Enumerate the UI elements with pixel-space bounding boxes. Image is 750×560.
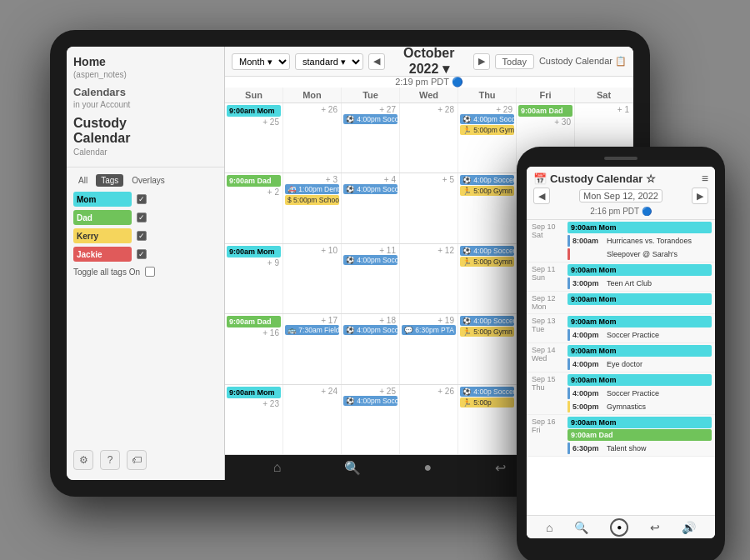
day-oct4[interactable]: + 4 ⚽ 4:00pm Soccer Practice — [342, 173, 400, 242]
day-oct25-cal[interactable]: + 25 ⚽ 4:00pm Soccer Practice — [342, 385, 400, 454]
day-oct12[interactable]: + 12 — [400, 244, 458, 313]
phone-event-sep10-1[interactable]: 8:00am Hurricanes vs. Torandoes — [564, 234, 715, 248]
allday-dad-w1-fri[interactable]: 9:00am Dad — [518, 105, 572, 117]
sidebar-home-label[interactable]: Home — [67, 52, 224, 70]
phone-event-sep14-1[interactable]: 4:00pm Eye doctor — [564, 358, 715, 371]
phone-volume-btn[interactable]: 🔊 — [682, 521, 696, 534]
phone-allday-sep13[interactable]: 9:00am Mom — [568, 316, 712, 328]
help-button[interactable]: ? — [100, 450, 120, 470]
next-month-button[interactable]: ▶ — [473, 53, 490, 70]
event-gym-w4[interactable]: 🏃 5:00p Gymn — [460, 327, 514, 337]
phone-event-sep16-1[interactable]: 6:30pm Talent show — [564, 442, 715, 455]
day-oct27[interactable]: ⚽ 4:00p Soccer 🏃 5:00p — [458, 385, 517, 454]
phone-event-sep11-1[interactable]: 3:00pm Teen Art Club — [564, 277, 715, 290]
phone-home-circle-btn[interactable]: ● — [610, 518, 628, 537]
tag-kerry-checkbox[interactable]: ✓ — [137, 231, 147, 241]
allday-dad-w2[interactable]: 9:00am Dad — [227, 175, 281, 187]
tag-jackie-label[interactable]: Jackie — [73, 247, 132, 262]
tag-button[interactable]: 🏷 — [127, 450, 147, 470]
day-sep27[interactable]: + 27 ⚽ 4:00pm Soccer Practice — [342, 103, 400, 172]
allday-dad-w4[interactable]: 9:00am Dad — [227, 316, 281, 328]
phone-allday-sep14[interactable]: 9:00am Mom — [568, 345, 712, 357]
phone-next-btn[interactable]: ▶ — [692, 188, 708, 204]
day-oct23[interactable]: 9:00am Mom + 23 — [225, 385, 283, 454]
day-oct11[interactable]: + 11 ⚽ 4:00pm Soccer Practice — [342, 244, 400, 313]
phone-allday-sep12[interactable]: 9:00am Mom — [568, 293, 712, 305]
tag-mom-label[interactable]: Mom — [73, 192, 132, 207]
tab-overlays[interactable]: Overlays — [127, 174, 169, 187]
tag-dad-checkbox[interactable]: ✓ — [137, 212, 147, 222]
phone-allday-sep11[interactable]: 9:00am Mom — [568, 264, 712, 276]
phone-back-btn[interactable]: ↩ — [650, 521, 660, 534]
phone-allday-sep16-dad[interactable]: 9:00am Dad — [568, 429, 712, 441]
day-sep28[interactable]: + 28 — [400, 103, 458, 172]
tab-tags[interactable]: Tags — [96, 174, 123, 187]
phone-menu-button[interactable]: ≡ — [702, 172, 708, 185]
event-gym-w5[interactable]: 🏃 5:00p — [460, 398, 514, 408]
toggle-all-checkbox[interactable] — [145, 267, 155, 277]
event-soccer-w4-tue[interactable]: ⚽ 4:00pm Soccer Practice — [343, 325, 398, 335]
event-soccer-w2-thu[interactable]: ⚽ 4:00p Soccer — [460, 175, 514, 185]
tag-kerry-label[interactable]: Kerry — [73, 228, 132, 243]
day-sep25[interactable]: 9:00am Mom + 25 — [225, 103, 283, 172]
phone-event-sep15-2[interactable]: 5:00pm Gymnastics — [564, 400, 715, 413]
phone-allday-sep10[interactable]: 9:00am Mom — [568, 222, 712, 233]
tag-jackie-checkbox[interactable]: ✓ — [137, 249, 147, 259]
event-soccer-w5-thu[interactable]: ⚽ 4:00p Soccer — [460, 387, 514, 397]
phone-allday-sep15[interactable]: 9:00am Mom — [568, 374, 712, 386]
day-oct19[interactable]: + 19 💬 6:30pm PTA meeting — [400, 314, 458, 383]
event-bake-sale[interactable]: $ 5:00pm School bake sale — [285, 195, 339, 205]
phone-home-btn[interactable]: ⌂ — [546, 521, 552, 534]
day-oct5[interactable]: + 5 — [400, 173, 458, 242]
event-soccer-w4-thu[interactable]: ⚽ 4:00p Soccer — [460, 316, 514, 326]
day-oct20[interactable]: ⚽ 4:00p Soccer 🏃 5:00p Gymn — [458, 314, 517, 383]
allday-mom-w5[interactable]: 9:00am Mom — [227, 387, 281, 398]
event-soccer-w1-tue[interactable]: ⚽ 4:00pm Soccer Practice — [343, 114, 398, 124]
event-soccer-w5-tue[interactable]: ⚽ 4:00pm Soccer Practice — [343, 396, 398, 406]
day-oct6[interactable]: ⚽ 4:00p Soccer 🏃 5:00p Gymn — [458, 173, 517, 242]
prev-month-button[interactable]: ◀ — [368, 53, 385, 70]
event-gym-w1[interactable]: 🏃 5:00pm Gymnastics — [460, 125, 514, 135]
tag-dad-label[interactable]: Dad — [73, 210, 132, 225]
tag-mom-checkbox[interactable]: ✓ — [137, 194, 147, 204]
tablet-home-circle-btn[interactable]: ● — [424, 460, 432, 475]
day-oct18[interactable]: + 18 ⚽ 4:00pm Soccer Practice — [342, 314, 400, 383]
allday-mom-w1[interactable]: 9:00am Mom — [227, 105, 281, 117]
phone-prev-btn[interactable]: ◀ — [533, 188, 550, 204]
phone-search-btn[interactable]: 🔍 — [574, 521, 588, 534]
event-soccer-w3-tue[interactable]: ⚽ 4:00pm Soccer Practice — [343, 255, 398, 265]
tablet-home-btn[interactable]: ⌂ — [273, 460, 282, 475]
day-oct2[interactable]: 9:00am Dad + 2 — [225, 173, 283, 242]
event-field-trip[interactable]: 🚌 7:30am Field trip — [285, 325, 339, 335]
day-oct13[interactable]: ⚽ 4:00p Soccer 🏃 5:00p Gymn — [458, 244, 517, 313]
day-oct16[interactable]: 9:00am Dad + 16 — [225, 314, 283, 383]
event-dentist[interactable]: 🚑 1:00pm Dentist — [285, 184, 339, 194]
day-sep29[interactable]: + 29 ⚽ 4:00pm Soccer Practice 🏃 5:00pm G… — [458, 103, 517, 172]
day-oct26[interactable]: + 26 — [400, 385, 458, 454]
phone-nav-date[interactable]: Mon Sep 12, 2022 — [579, 189, 662, 202]
event-gym-w3[interactable]: 🏃 5:00p Gymn — [460, 257, 514, 267]
day-oct9[interactable]: 9:00am Mom + 9 — [225, 244, 283, 313]
phone-allday-sep16-mom[interactable]: 9:00am Mom — [568, 417, 712, 428]
phone-event-sep15-1[interactable]: 4:00pm Soccer Practice — [564, 387, 715, 400]
day-sep26[interactable]: + 26 — [283, 103, 342, 172]
event-pta[interactable]: 💬 6:30pm PTA meeting — [402, 325, 456, 335]
settings-button[interactable]: ⚙ — [73, 450, 93, 470]
day-oct24[interactable]: + 24 — [283, 385, 342, 454]
event-soccer-w3-thu[interactable]: ⚽ 4:00p Soccer — [460, 246, 514, 256]
event-soccer-w2-tue[interactable]: ⚽ 4:00pm Soccer Practice — [343, 184, 398, 194]
phone-event-sep10-2[interactable]: Sleepover @ Sarah's — [564, 248, 715, 261]
event-soccer-w1-thu[interactable]: ⚽ 4:00pm Soccer Practice — [460, 114, 514, 124]
allday-mom-w3[interactable]: 9:00am Mom — [227, 246, 281, 258]
today-button[interactable]: Today — [495, 54, 534, 69]
standard-dropdown[interactable]: standard ▾ — [295, 53, 363, 70]
tablet-search-btn[interactable]: 🔍 — [344, 460, 361, 476]
day-oct10[interactable]: + 10 — [283, 244, 342, 313]
day-oct3[interactable]: + 3 🚑 1:00pm Dentist $ 5:00pm School bak… — [283, 173, 342, 242]
day-oct17[interactable]: + 17 🚌 7:30am Field trip — [283, 314, 342, 383]
month-dropdown[interactable]: Month ▾ — [232, 53, 290, 70]
event-gym-w2[interactable]: 🏃 5:00p Gymn — [460, 186, 514, 196]
tab-all[interactable]: All — [73, 174, 92, 187]
tablet-back-btn[interactable]: ↩ — [495, 460, 506, 476]
phone-event-sep13-1[interactable]: 4:00pm Soccer Practice — [564, 328, 715, 342]
